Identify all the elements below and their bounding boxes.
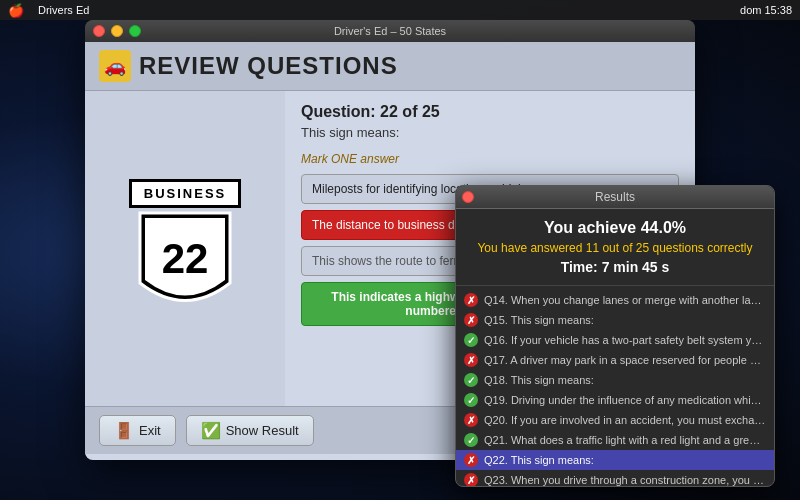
results-list[interactable]: ✗Q14. When you change lanes or merge wit… bbox=[456, 286, 774, 486]
correct-icon: ✓ bbox=[464, 393, 478, 407]
window-title-bar: Driver's Ed – 50 States bbox=[85, 20, 695, 42]
results-time: Time: 7 min 45 s bbox=[466, 259, 764, 275]
result-item[interactable]: ✗Q22. This sign means: bbox=[456, 450, 774, 470]
exit-icon: 🚪 bbox=[114, 421, 134, 440]
exit-label: Exit bbox=[139, 423, 161, 438]
results-detail: You have answered 11 out of 25 questions… bbox=[466, 241, 764, 255]
results-title-bar: Results bbox=[456, 186, 774, 209]
apple-logo: 🍎 bbox=[8, 3, 24, 18]
result-text: Q17. A driver may park in a space reserv… bbox=[484, 354, 766, 366]
sign-area: BUSINESS 22 bbox=[85, 91, 285, 406]
correct-icon: ✓ bbox=[464, 373, 478, 387]
result-item[interactable]: ✗Q14. When you change lanes or merge wit… bbox=[456, 290, 774, 310]
close-button[interactable] bbox=[93, 25, 105, 37]
show-result-label: Show Result bbox=[226, 423, 299, 438]
results-score: You achieve 44.0% bbox=[466, 219, 764, 237]
result-text: Q19. Driving under the influence of any … bbox=[484, 394, 766, 406]
maximize-button[interactable] bbox=[129, 25, 141, 37]
wrong-icon: ✗ bbox=[464, 313, 478, 327]
menubar: 🍎 Drivers Ed dom 15:38 bbox=[0, 0, 800, 20]
sign-shield: 22 bbox=[135, 208, 235, 318]
app-icon: 🚗 bbox=[99, 50, 131, 82]
header: 🚗 REVIEW QUESTIONS bbox=[85, 42, 695, 91]
exit-button[interactable]: 🚪 Exit bbox=[99, 415, 176, 446]
result-item[interactable]: ✗Q23. When you drive through a construct… bbox=[456, 470, 774, 486]
result-item[interactable]: ✗Q20. If you are involved in an accident… bbox=[456, 410, 774, 430]
wrong-icon: ✗ bbox=[464, 413, 478, 427]
wrong-icon: ✗ bbox=[464, 473, 478, 486]
question-number: Question: 22 of 25 bbox=[301, 103, 679, 121]
result-item[interactable]: ✓Q16. If your vehicle has a two-part saf… bbox=[456, 330, 774, 350]
correct-icon: ✓ bbox=[464, 433, 478, 447]
sign-container: BUSINESS 22 bbox=[129, 179, 241, 318]
result-item[interactable]: ✓Q19. Driving under the influence of any… bbox=[456, 390, 774, 410]
results-header: You achieve 44.0% You have answered 11 o… bbox=[456, 209, 774, 286]
wrong-icon: ✗ bbox=[464, 453, 478, 467]
result-item[interactable]: ✗Q17. A driver may park in a space reser… bbox=[456, 350, 774, 370]
correct-icon: ✓ bbox=[464, 333, 478, 347]
result-text: Q23. When you drive through a constructi… bbox=[484, 474, 766, 486]
show-result-icon: ✅ bbox=[201, 421, 221, 440]
results-close-button[interactable] bbox=[462, 191, 474, 203]
results-panel-title: Results bbox=[595, 190, 635, 204]
wrong-icon: ✗ bbox=[464, 293, 478, 307]
result-item[interactable]: ✓Q18. This sign means: bbox=[456, 370, 774, 390]
wrong-icon: ✗ bbox=[464, 353, 478, 367]
result-text: Q22. This sign means: bbox=[484, 454, 594, 466]
result-text: Q14. When you change lanes or merge with… bbox=[484, 294, 766, 306]
result-text: Q15. This sign means: bbox=[484, 314, 594, 326]
mark-instruction: Mark ONE answer bbox=[301, 152, 679, 166]
app-name: Drivers Ed bbox=[38, 4, 89, 16]
page-title: REVIEW QUESTIONS bbox=[139, 52, 398, 80]
menubar-right: dom 15:38 bbox=[740, 4, 792, 16]
results-panel: Results You achieve 44.0% You have answe… bbox=[455, 185, 775, 487]
svg-text:22: 22 bbox=[162, 235, 209, 282]
result-item[interactable]: ✗Q15. This sign means: bbox=[456, 310, 774, 330]
result-text: Q21. What does a traffic light with a re… bbox=[484, 434, 766, 446]
result-text: Q18. This sign means: bbox=[484, 374, 594, 386]
result-item[interactable]: ✓Q21. What does a traffic light with a r… bbox=[456, 430, 774, 450]
show-result-button[interactable]: ✅ Show Result bbox=[186, 415, 314, 446]
result-text: Q20. If you are involved in an accident,… bbox=[484, 414, 766, 426]
window-title: Driver's Ed – 50 States bbox=[334, 25, 446, 37]
result-text: Q16. If your vehicle has a two-part safe… bbox=[484, 334, 766, 346]
question-prompt: This sign means: bbox=[301, 125, 679, 140]
sign-business-label: BUSINESS bbox=[129, 179, 241, 208]
minimize-button[interactable] bbox=[111, 25, 123, 37]
menubar-time: dom 15:38 bbox=[740, 4, 792, 16]
